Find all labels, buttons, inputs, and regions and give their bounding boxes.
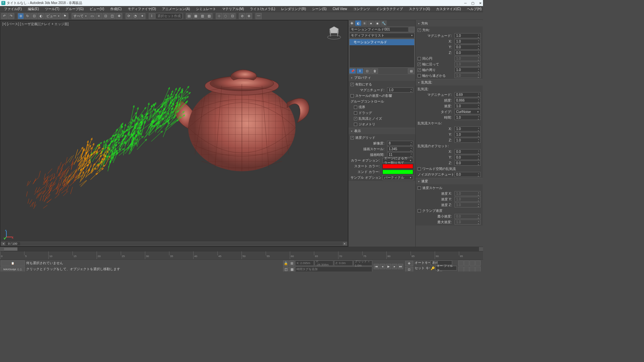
menu-create[interactable]: 作成(C) [108, 6, 124, 12]
rect-select-button[interactable]: ▭ [89, 13, 95, 19]
menu-scene[interactable]: シーン(S) [309, 6, 329, 12]
viewport[interactable]: [+] [パース] [ユーザ定義] [クレイ + エッジ面] [0, 20, 348, 247]
utilities-tab[interactable]: 🔧 [381, 20, 387, 26]
menu-group[interactable]: グループ(G) [63, 6, 86, 12]
speed-scale-checkbox[interactable] [418, 186, 421, 190]
enable-checkbox[interactable] [351, 83, 354, 86]
layer-button[interactable]: ▥ [200, 13, 206, 19]
maximize-button[interactable]: ▢ [471, 1, 474, 5]
schematic-button[interactable]: ⊘ [239, 13, 245, 19]
next-frame-button[interactable]: ▸ [392, 264, 397, 269]
render-setup-button[interactable]: 〰 [256, 13, 262, 19]
around-axis-spinner[interactable]: 1.0 [454, 67, 481, 72]
angle-snap-button[interactable]: ◌ [223, 13, 229, 19]
timeslider-right[interactable] [479, 247, 483, 251]
time-config-button[interactable]: ⊡ [405, 267, 413, 272]
boundary-checkbox[interactable] [354, 106, 357, 109]
menu-material[interactable]: マテリアル(M) [219, 6, 247, 12]
modify-tab[interactable]: ◐ [355, 20, 361, 26]
turb-oz-spinner[interactable]: 0.0 [454, 161, 481, 166]
menu-content[interactable]: コンテンツ [351, 6, 373, 12]
draw-scale-spinner[interactable]: 1.345 [387, 146, 413, 152]
script-listener-button[interactable]: 📋 [1, 260, 25, 266]
end-color-swatch[interactable] [382, 170, 413, 174]
world-turb-checkbox[interactable] [418, 167, 421, 171]
turb-sz-spinner[interactable]: 1.0 [454, 138, 481, 143]
fov-button[interactable] [475, 260, 481, 266]
menu-help[interactable]: ヘルプ(H) [464, 6, 483, 12]
turb-sy-spinner[interactable]: 1.0 [454, 132, 481, 137]
coord-y[interactable]: Y: -28.308m [315, 260, 333, 266]
menu-script[interactable]: スクリプト(X) [406, 6, 433, 12]
material-editor-button[interactable]: ⊗ [246, 13, 252, 19]
display-tab[interactable]: ■ [374, 20, 380, 26]
configure-button[interactable]: ▤ [408, 68, 415, 74]
goto-start-button[interactable]: ⏮ [374, 264, 379, 269]
rollout-speed-header[interactable]: 速度 [416, 178, 483, 184]
bind-button[interactable]: ⊡ [31, 13, 37, 19]
setkey-button[interactable]: セット キー [415, 266, 430, 270]
prev-frame-button[interactable]: ◂ [380, 264, 385, 269]
coord-x[interactable]: X: 2.095m [295, 260, 314, 266]
max-toggle-button[interactable] [470, 266, 475, 272]
manip-button[interactable]: ⌇ [149, 13, 155, 19]
menu-file[interactable]: ファイル(F) [1, 6, 24, 12]
viewport-label[interactable]: [+] [パース] [ユーザ定義] [クレイ + エッジ面] [2, 22, 69, 26]
menu-simulate[interactable]: シミュレート [193, 6, 219, 12]
key-filter-dropdown[interactable]: キー フィルタ... [435, 266, 457, 270]
timetag-button[interactable]: 時間タグを追加 [295, 266, 372, 272]
sample-option-dropdown[interactable]: パーティクル [382, 175, 413, 180]
draw-time-spinner[interactable]: 11 [387, 152, 413, 157]
menu-animation[interactable]: アニメーション(A) [159, 6, 193, 12]
menu-civilview[interactable]: Civil View [330, 7, 350, 11]
drag-checkbox[interactable] [354, 111, 357, 115]
mirror-button[interactable]: ▤ [186, 13, 192, 19]
scroll-left-icon[interactable]: ◂ [1, 242, 5, 245]
rollout-property-header[interactable]: プロパティ [348, 74, 415, 81]
curve-editor-button[interactable]: ▧ [206, 13, 212, 19]
turb-speed-spinner[interactable]: 1.0 [454, 104, 481, 109]
list-button[interactable]: ≡ [96, 13, 102, 19]
noise-mag-spinner[interactable]: 0.0 [454, 172, 481, 177]
zoom-all-button[interactable] [458, 266, 464, 272]
color-option-dropdown[interactable]: エージによるカラー割り当て [382, 158, 413, 163]
modifier-stack[interactable]: モーションフィールド [349, 39, 415, 68]
vel-grid-checkbox[interactable] [351, 136, 354, 139]
menu-view[interactable]: ビュー(V) [87, 6, 107, 12]
placement-button[interactable]: ✦ [139, 13, 145, 19]
menu-tools[interactable]: ツール(T) [42, 6, 62, 12]
rollout-direction-header[interactable]: 方向 [416, 20, 483, 26]
turb-freq-spinner[interactable]: 0.866 [454, 98, 481, 103]
magnitude-spinner[interactable]: 1.0 [387, 87, 413, 93]
dir-x-spinner[interactable]: 1.0 [454, 39, 481, 44]
lock-button[interactable]: 🔒 [283, 260, 288, 266]
select-link-button[interactable]: ⊕ [18, 13, 24, 19]
turb-type-dropdown[interactable]: CurlNoise [454, 109, 481, 114]
viewport-time-scrollbar[interactable]: ◂ 0 / 100 ▸ [1, 242, 347, 246]
snap-toggle-button[interactable]: ⊹ [216, 13, 222, 19]
object-color-swatch[interactable] [409, 27, 415, 32]
make-unique-button[interactable]: ⊡ [364, 68, 371, 74]
rotate-button[interactable]: ⟳ [126, 13, 132, 19]
around-axis-checkbox[interactable] [418, 68, 421, 72]
menu-modifier[interactable]: モディファイヤ(O) [125, 6, 159, 12]
unbind-button[interactable]: ◐ [38, 13, 44, 19]
direction-checkbox[interactable] [418, 28, 421, 32]
time-slider[interactable] [0, 247, 483, 251]
remove-mod-button[interactable]: 🗑 [371, 68, 378, 74]
clamp-speed-checkbox[interactable] [418, 209, 421, 213]
pin-stack-button[interactable]: 📌 [349, 68, 356, 74]
turb-oy-spinner[interactable]: 0.0 [454, 155, 481, 160]
menu-interactive[interactable]: インタラクティブ [373, 6, 406, 12]
resolution-spinner[interactable]: 8 [387, 141, 413, 146]
scroll-right-icon[interactable]: ▸ [343, 242, 347, 245]
move-button[interactable]: ✥ [116, 13, 122, 19]
minimize-button[interactable]: ─ [464, 1, 467, 5]
viewcube[interactable] [326, 24, 342, 41]
redo-button[interactable]: ↷ [8, 13, 14, 19]
zoom-button[interactable] [464, 260, 469, 266]
menu-rendering[interactable]: レンダリング(R) [278, 6, 309, 12]
view-dropdown[interactable]: ビュー [45, 13, 61, 19]
scale-button[interactable]: ◔ [132, 13, 139, 19]
filter-dropdown[interactable]: すべて [72, 13, 89, 19]
